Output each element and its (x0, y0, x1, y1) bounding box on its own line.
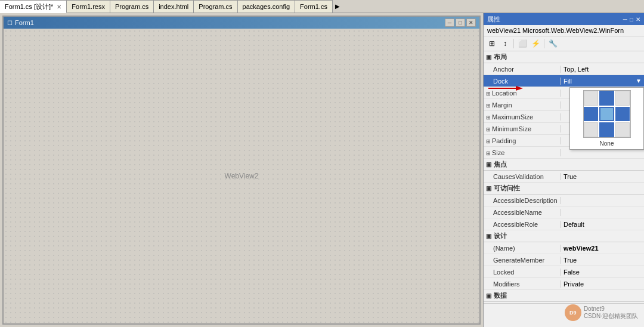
dock-cell-bottom[interactable] (599, 122, 614, 137)
dock-cell-bottomleft[interactable] (584, 122, 599, 137)
design-area: ☐ Form1 ─ □ ✕ WebView2 (0, 13, 483, 327)
tab-label: Form1.resx (72, 3, 105, 10)
props-panel-title: 属性 (487, 15, 500, 24)
prop-causesvalidation-name: CausesValidation (484, 173, 561, 180)
prop-modifiers-name: Modifiers (484, 280, 561, 288)
prop-accessiblerole[interactable]: AccessibleRole Default (484, 218, 644, 230)
prop-accessiblename[interactable]: AccessibleName (484, 206, 644, 218)
prop-dock-name: Dock (484, 78, 561, 85)
form-titlebar-buttons: ─ □ ✕ (445, 18, 476, 27)
section-layout[interactable]: ▣ 布局 (484, 51, 644, 63)
section-focus-collapse-icon: ▣ (486, 161, 491, 168)
tab-form1resx[interactable]: Form1.resx (67, 0, 110, 13)
prop-causesvalidation-value: True (561, 173, 644, 180)
tab-label: index.html (159, 3, 188, 10)
form-body: WebView2 (4, 29, 479, 323)
tab-form1cs-design[interactable]: Form1.cs [设计]* ✕ (0, 0, 67, 13)
form-maximize-button[interactable]: □ (456, 18, 465, 27)
section-data-collapse-icon: ▣ (486, 292, 491, 299)
tab-label: packages.config (243, 3, 290, 10)
tab-close-icon[interactable]: ✕ (57, 4, 61, 10)
section-data[interactable]: ▣ 数据 (484, 290, 644, 302)
tab-indexhtml[interactable]: index.html (154, 0, 194, 13)
tab-programcs2[interactable]: Program.cs (194, 0, 237, 13)
chevron-right-icon: ▶ (335, 3, 340, 10)
toolbar-categorized-button[interactable]: ⊞ (486, 38, 498, 50)
form-close-button[interactable]: ✕ (466, 18, 476, 27)
toolbar-divider2 (544, 39, 544, 48)
expand-icon: ⊞ (486, 150, 491, 156)
prop-dock-value[interactable]: Fill ▼ (561, 78, 644, 85)
prop-anchor-name: Anchor (484, 66, 561, 73)
prop-causesvalidation[interactable]: CausesValidation True (484, 171, 644, 183)
dock-cell-left[interactable] (584, 107, 599, 122)
watermark-logo: D9 (565, 304, 581, 321)
prop-minimumsize-name: ⊞MinimumSize (484, 125, 561, 132)
prop-dock[interactable]: Dock Fill ▼ (484, 75, 644, 87)
prop-accessiblerole-name: AccessibleRole (484, 221, 561, 228)
prop-generatemember[interactable]: GenerateMember True (484, 254, 644, 266)
prop-modifiers[interactable]: Modifiers Private (484, 278, 644, 290)
toolbar-alphabetical-button[interactable]: ↕ (499, 38, 511, 50)
dock-none-label[interactable]: None (572, 140, 641, 147)
toolbar-settings-button[interactable]: 🔧 (547, 38, 559, 50)
dock-cell-topleft[interactable] (584, 91, 599, 106)
dock-cell-top[interactable] (599, 91, 614, 106)
dock-cell-topright[interactable] (615, 91, 630, 106)
prop-generatemember-value: True (561, 257, 644, 264)
prop-locked[interactable]: Locked False (484, 266, 644, 278)
tab-programcs[interactable]: Program.cs (110, 0, 154, 13)
dock-visual-dropdown: None (569, 87, 644, 150)
form-titlebar: ☐ Form1 ─ □ ✕ (4, 17, 479, 29)
expand-icon: ⊞ (486, 138, 491, 144)
dock-cell-right[interactable] (615, 107, 630, 122)
prop-padding-name: ⊞Padding (484, 137, 561, 144)
prop-size-name: ⊞Size (484, 149, 561, 156)
properties-panel: 属性 ─ □ ✕ webView21 Microsoft.Web.WebView… (483, 13, 644, 327)
section-design-collapse-icon: ▣ (486, 233, 491, 239)
props-close-button[interactable]: ✕ (636, 16, 640, 23)
dock-dropdown-arrow[interactable]: ▼ (636, 78, 642, 84)
prop-accessiblename-name: AccessibleName (484, 209, 561, 216)
prop-name-value: webView21 (561, 245, 644, 252)
prop-accessibledescription[interactable]: AccessibleDescription (484, 195, 644, 206)
form-icon: ☐ (7, 20, 13, 26)
expand-icon: ⊞ (486, 127, 491, 132)
main-area: ☐ Form1 ─ □ ✕ WebView2 属性 ─ □ ✕ (0, 13, 644, 327)
prop-name[interactable]: (Name) webView21 (484, 242, 644, 254)
webview2-label: WebView2 (225, 172, 259, 180)
section-layout-label: 布局 (494, 53, 507, 61)
prop-modifiers-value: Private (561, 280, 644, 288)
tab-label: Form1.cs (300, 3, 327, 10)
prop-location-name: ⊞Location (484, 90, 561, 97)
expand-icon: ⊞ (486, 115, 491, 121)
tab-label: Program.cs (199, 3, 232, 10)
props-toolbar: ⊞ ↕ ⬜ ⚡ 🔧 (484, 36, 644, 51)
dock-cell-fill[interactable] (599, 107, 614, 122)
tab-form1cs2[interactable]: Form1.cs (295, 0, 333, 13)
dock-grid[interactable] (583, 90, 631, 138)
prop-margin-name: ⊞Margin (484, 101, 561, 109)
props-maximize-button[interactable]: □ (630, 16, 633, 23)
tab-bar: Form1.cs [设计]* ✕ Form1.resx Program.cs i… (0, 0, 644, 13)
props-content[interactable]: ▣ 布局 Anchor Top, Left Dock Fill ▼ (484, 51, 644, 303)
tab-label: Form1.cs [设计]* (5, 2, 53, 11)
prop-anchor[interactable]: Anchor Top, Left (484, 63, 644, 75)
tab-packagesconfig[interactable]: packages.config (238, 0, 296, 13)
dock-cell-bottomright[interactable] (615, 122, 630, 137)
section-design[interactable]: ▣ 设计 (484, 230, 644, 242)
toolbar-events-button[interactable]: ⚡ (530, 38, 541, 50)
props-title-bar: 属性 ─ □ ✕ (484, 13, 644, 25)
section-accessibility[interactable]: ▣ 可访问性 (484, 183, 644, 195)
prop-locked-name: Locked (484, 269, 561, 276)
props-title-controls: ─ □ ✕ (623, 16, 640, 23)
form-minimize-button[interactable]: ─ (445, 18, 454, 27)
section-focus[interactable]: ▣ 焦点 (484, 159, 644, 171)
form-title: Form1 (15, 19, 34, 26)
toolbar-divider (513, 39, 514, 48)
toolbar-properties-button[interactable]: ⬜ (516, 38, 528, 50)
props-minimize-button[interactable]: ─ (623, 16, 627, 23)
prop-locked-value: False (561, 269, 644, 276)
tab-overflow-button[interactable]: ▶ (333, 0, 342, 13)
watermark-text: Dotnet9CSDN·迎创精英团队 (584, 306, 638, 320)
